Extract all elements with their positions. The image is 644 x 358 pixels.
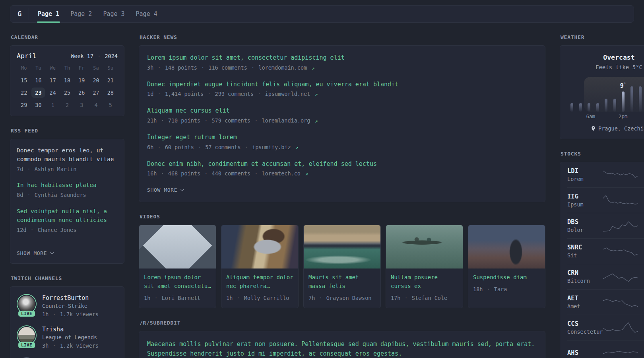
- hackernews-item: Aliquam nec cursus elit21h · 710 points …: [147, 107, 537, 125]
- source-domain-link[interactable]: ipsumworld.net: [265, 91, 310, 97]
- hackernews-item-title-link[interactable]: Donec enim nibh, condimentum et accumsan…: [147, 160, 537, 169]
- video-card[interactable]: Lorem ipsum dolor sit amet consectetu…1h…: [139, 225, 216, 308]
- video-title-link[interactable]: Suspendisse diam: [473, 273, 540, 282]
- hackernews-item-title-link[interactable]: Lorem ipsum dolor sit amet, consectetur …: [147, 54, 537, 62]
- right-column: WEATHER Overcast Feels like 5°C 9° 6am2p…: [560, 23, 644, 358]
- source-domain-link[interactable]: loremtech.co: [262, 170, 301, 177]
- calendar-day: 18: [60, 75, 74, 86]
- stock-sparkline: [602, 346, 639, 358]
- source-domain-link[interactable]: loremlandia.org: [262, 117, 310, 124]
- meta-part: 6h: [147, 144, 153, 150]
- meta-part: Tara: [494, 286, 507, 292]
- stock-change-percent: +4.35%: [639, 167, 644, 175]
- meta-part: 1.7k viewers: [60, 311, 99, 317]
- video-title-link[interactable]: Lorem ipsum dolor sit amet consectetu…: [144, 273, 211, 290]
- tab-page-1[interactable]: Page 1: [32, 6, 65, 22]
- meta-part: 116 comments: [208, 64, 247, 71]
- stock-row[interactable]: DBSDolor+1.42%$156.28: [567, 213, 644, 238]
- stock-row[interactable]: AETAmet+0.92%$499.72: [567, 289, 644, 315]
- separator-dot: ·: [200, 170, 211, 177]
- tab-page-4[interactable]: Page 4: [130, 6, 163, 22]
- weather-widget-title: WEATHER: [561, 34, 644, 40]
- stock-symbol: AET: [567, 295, 602, 302]
- twitch-widget: TWITCH CHANNELS LIVEForrestBurtonCounter…: [10, 275, 124, 358]
- stock-row[interactable]: SNRCSit+1.36%$148.64: [567, 238, 644, 264]
- calendar-day: 4: [89, 100, 103, 110]
- item-meta: 8d · Cynthia Saunders: [17, 191, 118, 199]
- twitch-channel-row[interactable]: LIVETrishaLeague of Legends3h · 1.2k vie…: [17, 325, 118, 350]
- twitch-channel-name-link[interactable]: ForrestBurton: [42, 294, 99, 302]
- tab-page-2[interactable]: Page 2: [65, 6, 97, 22]
- video-card-body: Aliquam tempor dolor nec pharetra…1h · M…: [221, 268, 298, 307]
- rss-item-title-link[interactable]: Sed volutpat nulla nisl, a condimentum n…: [17, 207, 118, 225]
- subreddit-post-title-link[interactable]: Maecenas mollis pulvinar erat non posuer…: [147, 339, 537, 358]
- video-thumbnail[interactable]: [304, 225, 380, 268]
- stock-sparkline: [602, 321, 639, 335]
- video-title-link[interactable]: Mauris sit amet massa felis: [308, 273, 376, 290]
- calendar-card: April Week 17 · 2024 MoTuWeThFrSaSu15161…: [10, 45, 124, 116]
- hackernews-show-more-button[interactable]: SHOW MORE: [147, 187, 184, 193]
- video-title-link[interactable]: Aliquam tempor dolor nec pharetra…: [226, 273, 293, 290]
- video-card-body: Mauris sit amet massa felis7h · Grayson …: [304, 268, 380, 307]
- app-logo[interactable]: G: [10, 6, 29, 22]
- video-card[interactable]: Nullam posuere cursus ex17h · Stefan Col…: [386, 225, 463, 308]
- stock-name: Bitcorn: [567, 278, 602, 284]
- item-meta: 6h · 60 points · 57 comments · ipsumify.…: [147, 143, 537, 152]
- left-column: CALENDAR April Week 17 · 2024 MoTuWeThFr…: [10, 23, 124, 358]
- hackernews-item-title-link[interactable]: Integer eget rutrum lorem: [147, 133, 537, 142]
- hackernews-item-title-link[interactable]: Aliquam nec cursus elit: [147, 107, 537, 115]
- meta-part: 3h: [42, 342, 48, 349]
- meta-part: 21h: [147, 117, 157, 124]
- meta-part: 8d: [17, 192, 23, 198]
- external-link-icon: ↗: [312, 118, 318, 124]
- meta-part: 3h: [147, 64, 153, 71]
- calendar-day: 25: [60, 88, 74, 98]
- hackernews-item-title-link[interactable]: Donec imperdiet augue tincidunt felis al…: [147, 80, 537, 89]
- meta-part: 7d: [17, 166, 23, 172]
- video-thumbnail[interactable]: [221, 225, 298, 268]
- item-meta: 18h · Tara: [473, 285, 540, 294]
- weather-bar: [605, 99, 607, 112]
- item-meta: 1h · Molly Carrillo: [226, 294, 293, 302]
- stock-row[interactable]: LDILorem+4.35%$795.18: [567, 162, 644, 187]
- stock-row[interactable]: IIGIpsum+2.84%$42.04: [567, 187, 644, 213]
- source-domain-link[interactable]: loremdomain.com: [258, 64, 307, 71]
- rss-item-title-link[interactable]: Donec tempor eros leo, ut commodo mauris…: [17, 146, 118, 164]
- twitch-channel-row[interactable]: LIVEForrestBurtonCounter-Strike1h · 1.7k…: [17, 294, 118, 319]
- hackernews-item: Donec imperdiet augue tincidunt felis al…: [147, 80, 537, 99]
- tab-page-3[interactable]: Page 3: [97, 6, 130, 22]
- stock-row[interactable]: CCSConsectetur+0.51%$165.84: [567, 315, 644, 340]
- video-card[interactable]: Mauris sit amet massa felis7h · Grayson …: [303, 225, 381, 308]
- source-domain-link[interactable]: ipsumify.biz: [252, 144, 291, 150]
- rss-show-more-button[interactable]: SHOW MORE: [17, 250, 53, 256]
- twitch-channel-info: TrishaLeague of Legends3h · 1.2k viewers: [42, 325, 99, 350]
- stock-values: +0.51%$165.84: [639, 320, 644, 335]
- separator-dot: ·: [197, 64, 208, 71]
- rss-show-more-label: SHOW MORE: [17, 250, 47, 256]
- twitch-card: LIVEForrestBurtonCounter-Strike1h · 1.7k…: [10, 286, 124, 358]
- calendar-weekday-label: Th: [60, 65, 74, 73]
- calendar-weekday-label: Fr: [74, 65, 89, 73]
- stock-row[interactable]: CRNBitcorn-1.00%$66,171.48: [567, 264, 644, 289]
- stock-name: Lorem: [567, 176, 602, 182]
- video-title-link[interactable]: Nullam posuere cursus ex: [391, 273, 458, 290]
- stock-change-percent: -1.00%: [639, 269, 644, 276]
- calendar-week-year: Week 17 · 2024: [71, 53, 118, 59]
- calendar-week-number: Week 17: [71, 53, 93, 59]
- rss-item-title-link[interactable]: In hac habitasse platea: [17, 181, 118, 190]
- video-thumbnail[interactable]: [139, 225, 216, 268]
- video-thumbnail[interactable]: [386, 225, 463, 268]
- video-card[interactable]: Aliquam tempor dolor nec pharetra…1h · M…: [221, 225, 299, 308]
- video-card[interactable]: Suspendisse diam18h · Tara: [468, 225, 545, 308]
- stock-price: $499.72: [639, 303, 644, 309]
- sparkline-chart: [602, 193, 639, 208]
- video-thumbnail[interactable]: [468, 225, 545, 268]
- twitch-channel-name-link[interactable]: Trisha: [42, 326, 99, 333]
- stock-values: +0.92%$499.72: [639, 295, 644, 309]
- separator-dot: ·: [254, 91, 265, 97]
- stock-row[interactable]: AHS+0.46%: [567, 340, 644, 358]
- calendar-weekday-label: Sa: [89, 65, 103, 73]
- weather-widget: WEATHER Overcast Feels like 5°C 9° 6am2p…: [560, 34, 644, 139]
- item-meta: 1h · Lori Barnett: [144, 294, 211, 302]
- meta-part: Molly Carrillo: [244, 295, 289, 301]
